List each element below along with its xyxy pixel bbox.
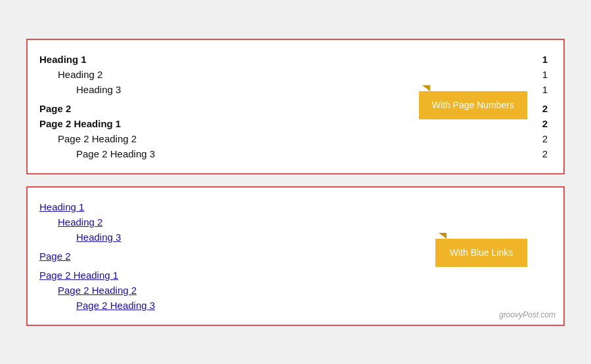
toc-number-heading3: 1: [542, 84, 548, 95]
toc-label-page2-h1: Page 2 Heading 1: [39, 118, 121, 129]
page-container: Heading 1 1 Heading 2 1 Heading 3 1 Page…: [13, 26, 578, 339]
toc-number-heading1: 1: [542, 54, 548, 65]
toc-label-page2: Page 2: [39, 103, 71, 114]
toc-link-label-heading3[interactable]: Heading 3: [39, 232, 121, 243]
toc-number-page2-h1: 2: [542, 118, 548, 129]
callout-blue-links: With Blue Links: [435, 239, 527, 268]
toc-label-heading3: Heading 3: [39, 84, 121, 95]
callout-label-blue-links: With Blue Links: [435, 239, 527, 268]
toc-row-page2-h2: Page 2 Heading 2 2: [39, 131, 548, 146]
toc-link-label-heading1[interactable]: Heading 1: [39, 201, 84, 212]
callout-label-page-numbers: With Page Numbers: [419, 91, 527, 120]
toc-link-row-page2-h1: Page 2 Heading 1: [39, 268, 548, 283]
toc-link-row-heading2: Heading 2: [39, 214, 548, 230]
toc-row-page2-h3: Page 2 Heading 3 2: [39, 146, 548, 161]
toc-link-row-page2-h3: Page 2 Heading 3: [39, 298, 548, 313]
toc-number-page2-h2: 2: [542, 133, 548, 144]
toc-box-blue-links: Heading 1 Heading 2 Heading 3 Page 2 Pag…: [26, 186, 565, 326]
toc-number-heading2: 1: [542, 69, 548, 80]
toc-link-label-page2-h3[interactable]: Page 2 Heading 3: [39, 300, 155, 311]
toc-label-heading1: Heading 1: [39, 54, 87, 65]
toc-label-heading2: Heading 2: [39, 69, 102, 80]
callout-page-numbers: With Page Numbers: [419, 91, 527, 120]
toc-link-label-page2-h2[interactable]: Page 2 Heading 2: [39, 285, 137, 296]
toc-link-row-page2-h2: Page 2 Heading 2: [39, 283, 548, 298]
toc-box-page-numbers: Heading 1 1 Heading 2 1 Heading 3 1 Page…: [26, 39, 565, 174]
toc-label-page2-h2: Page 2 Heading 2: [39, 133, 137, 144]
toc-link-row-heading1: Heading 1: [39, 199, 548, 214]
toc-link-label-page2-h1[interactable]: Page 2 Heading 1: [39, 270, 118, 281]
toc-link-label-page2[interactable]: Page 2: [39, 251, 71, 262]
toc-number-page2-h3: 2: [542, 148, 548, 159]
toc-link-label-heading2[interactable]: Heading 2: [39, 216, 102, 228]
toc-number-page2: 2: [542, 103, 548, 114]
toc-row-heading1: Heading 1 1: [39, 52, 548, 67]
watermark: groovyPost.com: [499, 310, 556, 319]
toc-label-page2-h3: Page 2 Heading 3: [39, 148, 155, 159]
toc-row-heading2: Heading 2 1: [39, 67, 548, 82]
